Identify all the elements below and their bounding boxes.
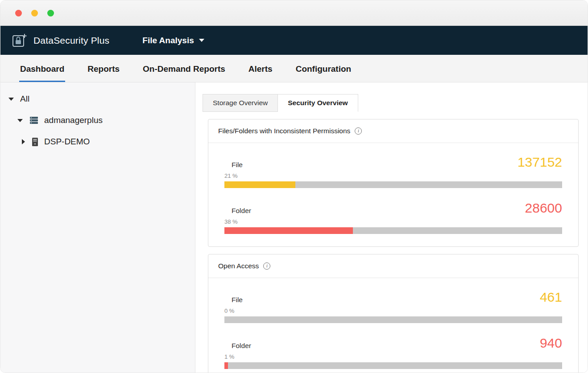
nav-item-configuration[interactable]: Configuration bbox=[284, 55, 363, 82]
tree-item-label: admanagerplus bbox=[44, 115, 103, 125]
card-title: Files/Folders with Inconsistent Permissi… bbox=[218, 127, 350, 135]
meter-value: 461 bbox=[540, 291, 562, 304]
card-inconsistent-permissions: Files/Folders with Inconsistent Permissi… bbox=[208, 119, 579, 247]
card-header: Files/Folders with Inconsistent Permissi… bbox=[208, 119, 578, 143]
tree-item-label: DSP-DEMO bbox=[44, 137, 90, 147]
caret-expanded-icon[interactable] bbox=[17, 119, 23, 122]
caret-collapsed-icon[interactable] bbox=[22, 139, 25, 144]
tree-item-admanagerplus[interactable]: admanagerplus bbox=[0, 115, 195, 125]
tab-security-overview[interactable]: Security Overview bbox=[278, 94, 358, 112]
cards-container: Files/Folders with Inconsistent Permissi… bbox=[208, 119, 579, 373]
tree-item-label: All bbox=[20, 94, 29, 104]
nav-item-reports[interactable]: Reports bbox=[76, 55, 131, 82]
progress-bar-fill bbox=[224, 181, 295, 188]
module-selector-label: File Analysis bbox=[142, 36, 194, 45]
nav-item-label: Alerts bbox=[248, 56, 273, 82]
nav-item-label: Dashboard bbox=[19, 56, 65, 82]
meter-value: 137152 bbox=[518, 156, 562, 169]
tab-label: Storage Overview bbox=[213, 99, 268, 107]
meter-folder: Folder 28600 38 % bbox=[224, 201, 562, 234]
meter-folder: Folder 940 1 % bbox=[224, 336, 562, 369]
close-window-button[interactable] bbox=[15, 10, 22, 16]
info-icon[interactable]: i bbox=[263, 262, 270, 270]
domain-servers-icon bbox=[29, 115, 39, 125]
main-nav: Dashboard Reports On-Demand Reports Aler… bbox=[0, 55, 588, 82]
tree-item-dsp-demo[interactable]: DSP-DEMO bbox=[0, 137, 195, 147]
card-title: Open Access bbox=[218, 262, 259, 270]
maximize-window-button[interactable] bbox=[47, 10, 54, 16]
nav-item-label: Configuration bbox=[295, 56, 352, 82]
meter-value: 28600 bbox=[525, 201, 562, 215]
tab-storage-overview[interactable]: Storage Overview bbox=[203, 94, 278, 112]
datasecurity-logo-icon bbox=[11, 33, 27, 49]
nav-item-alerts[interactable]: Alerts bbox=[237, 55, 284, 82]
meter-label: File bbox=[224, 296, 243, 304]
card-header: Open Access i bbox=[208, 254, 578, 278]
info-icon[interactable]: i bbox=[355, 127, 362, 135]
progress-bar-fill bbox=[224, 227, 353, 234]
card-body: File 137152 21 % Folder 28600 bbox=[208, 143, 578, 246]
overview-tabs: Storage Overview Security Overview bbox=[203, 94, 579, 112]
meter-percent: 0 % bbox=[224, 307, 562, 314]
nav-item-label: On-Demand Reports bbox=[142, 56, 226, 82]
progress-bar-track bbox=[224, 362, 562, 369]
meter-label: Folder bbox=[224, 207, 251, 215]
chevron-down-icon bbox=[199, 39, 204, 42]
meter-percent: 1 % bbox=[224, 353, 562, 360]
progress-bar-track bbox=[224, 316, 562, 323]
caret-expanded-icon[interactable] bbox=[8, 98, 14, 101]
app-header: DataSecurity Plus File Analysis bbox=[0, 26, 588, 55]
nav-item-label: Reports bbox=[87, 56, 120, 82]
window-titlebar bbox=[0, 0, 588, 26]
sidebar-tree: All admanagerplus bbox=[0, 82, 195, 373]
progress-bar-track bbox=[224, 227, 562, 234]
nav-item-dashboard[interactable]: Dashboard bbox=[8, 55, 76, 82]
module-selector[interactable]: File Analysis bbox=[142, 36, 204, 45]
tree-item-all[interactable]: All bbox=[0, 94, 195, 104]
meter-label: Folder bbox=[224, 342, 251, 350]
meter-file: File 461 0 % bbox=[224, 291, 562, 323]
app-window: DataSecurity Plus File Analysis Dashboar… bbox=[0, 0, 588, 373]
progress-bar-fill bbox=[224, 362, 228, 369]
card-open-access: Open Access i File 461 0 % bbox=[208, 254, 579, 373]
meter-label: File bbox=[224, 161, 243, 169]
meter-value: 940 bbox=[540, 336, 562, 350]
content-area: All admanagerplus bbox=[0, 82, 588, 373]
meter-file: File 137152 21 % bbox=[224, 156, 562, 188]
meter-percent: 21 % bbox=[224, 172, 562, 179]
app-name: DataSecurity Plus bbox=[33, 35, 109, 46]
dashboard-panel: Storage Overview Security Overview Files… bbox=[195, 82, 588, 373]
server-icon bbox=[31, 137, 39, 147]
tab-label: Security Overview bbox=[288, 99, 348, 107]
card-body: File 461 0 % Folder 940 bbox=[208, 278, 578, 373]
progress-bar-track bbox=[224, 181, 562, 188]
nav-item-on-demand-reports[interactable]: On-Demand Reports bbox=[131, 55, 237, 82]
meter-percent: 38 % bbox=[224, 218, 562, 225]
minimize-window-button[interactable] bbox=[31, 10, 38, 16]
